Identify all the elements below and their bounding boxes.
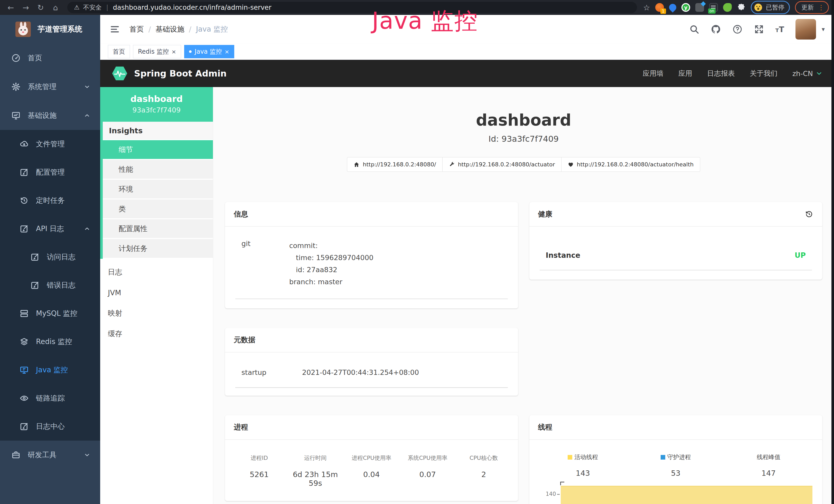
nav-item-jvm[interactable]: JVM bbox=[100, 282, 213, 303]
col-cpu-cores: CPU核心数 bbox=[456, 454, 512, 462]
service-url-link[interactable]: http://192.168.0.2:48080/ bbox=[347, 157, 442, 172]
cloud-upload-icon bbox=[20, 139, 29, 148]
search-icon[interactable] bbox=[689, 24, 699, 35]
hamburger-menu-icon[interactable] bbox=[109, 24, 120, 35]
info-card-title: 信息 bbox=[234, 209, 248, 219]
security-label[interactable]: 不安全 bbox=[83, 3, 102, 12]
chevron-down-icon bbox=[84, 84, 90, 90]
sba-language-select[interactable]: zh-CN bbox=[792, 70, 823, 77]
instance-header[interactable]: dashboard 93a3fc7f7409 bbox=[100, 87, 213, 122]
annotation-text: Java 监控 bbox=[372, 9, 478, 33]
breadcrumb-home[interactable]: 首页 bbox=[129, 24, 144, 34]
sidebar-item-label: 配置管理 bbox=[36, 167, 65, 177]
sidebar-item-log-center[interactable]: 日志中心 bbox=[0, 412, 100, 441]
app-logo-row[interactable]: 芋道管理系统 bbox=[0, 15, 100, 44]
nav-item-classes[interactable]: 类 bbox=[103, 200, 213, 219]
browser-update-button[interactable]: 更新 ⋮ bbox=[795, 1, 829, 14]
github-icon[interactable] bbox=[711, 24, 721, 35]
legend-daemon-threads: 守护进程 bbox=[629, 453, 722, 461]
extension-leaf-icon[interactable] bbox=[723, 3, 732, 12]
sidebar-item-scheduled-jobs[interactable]: 定时任务 bbox=[0, 186, 100, 215]
sba-nav-wallboard[interactable]: 应用墙 bbox=[643, 69, 663, 78]
sidebar-item-infra[interactable]: 基础设施 bbox=[0, 101, 100, 130]
nav-item-scheduled-tasks[interactable]: 计划任务 bbox=[103, 239, 213, 259]
fullscreen-icon[interactable] bbox=[754, 24, 764, 35]
browser-menu-dots-icon[interactable]: ⋮ bbox=[818, 4, 825, 11]
tag-redis-monitor[interactable]: Redis 监控 × bbox=[133, 45, 181, 58]
sidebar-item-label: API 日志 bbox=[36, 224, 64, 234]
sba-nav-journal[interactable]: 日志报表 bbox=[707, 69, 735, 78]
avatar-caret-down-icon[interactable]: ▾ bbox=[822, 26, 825, 33]
sba-brand[interactable]: Spring Boot Admin bbox=[111, 65, 226, 82]
sidebar-item-dev-tools[interactable]: 研发工具 bbox=[0, 441, 100, 469]
sidebar-item-config-mgmt[interactable]: 配置管理 bbox=[0, 158, 100, 186]
extension-tampermonkey-icon[interactable]: on bbox=[709, 3, 718, 12]
sba-nav-applications[interactable]: 应用 bbox=[678, 69, 692, 78]
tag-java-monitor[interactable]: Java 监控 × bbox=[184, 45, 234, 58]
sidebar-item-file-mgmt[interactable]: 文件管理 bbox=[0, 130, 100, 158]
close-icon[interactable]: × bbox=[224, 48, 229, 55]
startup-row: startup 2021-04-27T00:44:31.254+08:00 bbox=[235, 368, 508, 376]
address-bar[interactable]: ⚠ 不安全 | dashboard.yudao.iocoder.cn/infra… bbox=[67, 2, 637, 13]
tag-home[interactable]: 首页 bbox=[108, 45, 130, 58]
sidebar-item-api-log[interactable]: API 日志 bbox=[0, 215, 100, 243]
sidebar-item-redis-monitor[interactable]: Redis 监控 bbox=[0, 328, 100, 356]
nav-item-mappings[interactable]: 映射 bbox=[100, 303, 213, 323]
sidebar-item-label: Java 监控 bbox=[36, 365, 68, 375]
wrench-icon bbox=[449, 161, 455, 168]
git-id-line: id: 27aa832 bbox=[289, 264, 373, 276]
extension-colorzilla-icon[interactable]: 1 bbox=[655, 3, 664, 12]
app-title: 芋道管理系统 bbox=[38, 24, 82, 35]
home-icon bbox=[353, 161, 359, 168]
extension-pin-icon[interactable] bbox=[667, 2, 678, 13]
startup-label: startup bbox=[235, 368, 302, 376]
instance-id: 93a3fc7f7409 bbox=[103, 106, 211, 114]
profile-paused-badge[interactable]: 已暂停 bbox=[751, 1, 790, 14]
git-commit-line: commit: bbox=[289, 239, 373, 252]
health-url-link[interactable]: http://192.168.0.2:48080/actuator/health bbox=[561, 157, 700, 172]
actuator-url-link[interactable]: http://192.168.0.2:48080/actuator bbox=[442, 157, 562, 172]
sidebar-item-system[interactable]: 系统管理 bbox=[0, 72, 100, 101]
browser-home-button[interactable]: ⌂ bbox=[50, 3, 61, 12]
nav-item-caches[interactable]: 缓存 bbox=[100, 323, 213, 344]
bookmark-star-icon[interactable]: ☆ bbox=[643, 3, 650, 12]
edit-icon bbox=[20, 422, 29, 431]
instance-details-panel: dashboard Id: 93a3fc7f7409 http://192.16… bbox=[213, 87, 834, 504]
edit-icon bbox=[20, 224, 29, 233]
gear-icon bbox=[11, 82, 21, 91]
browser-reload-button[interactable]: ↻ bbox=[35, 3, 46, 12]
browser-forward-button[interactable]: → bbox=[20, 3, 31, 12]
edit-icon bbox=[20, 168, 29, 177]
sidebar-item-tracing[interactable]: 链路追踪 bbox=[0, 384, 100, 412]
help-icon[interactable] bbox=[732, 24, 743, 35]
sidebar-item-mysql-monitor[interactable]: MySQL 监控 bbox=[0, 299, 100, 328]
warning-icon: ⚠ bbox=[74, 4, 80, 11]
extension-y-icon[interactable]: y bbox=[681, 3, 690, 12]
metadata-card-title: 元数据 bbox=[234, 335, 255, 345]
sidebar-item-access-log[interactable]: 访问日志 bbox=[0, 243, 100, 271]
extension-badge: 1 bbox=[660, 8, 666, 14]
sidebar-item-error-log[interactable]: 错误日志 bbox=[0, 271, 100, 299]
sba-nav-about[interactable]: 关于我们 bbox=[750, 69, 777, 78]
url-text[interactable]: dashboard.yudao.iocoder.cn/infra/admin-s… bbox=[113, 4, 271, 11]
close-icon[interactable]: × bbox=[171, 48, 176, 55]
user-avatar[interactable] bbox=[795, 19, 816, 40]
extension-grid-icon[interactable] bbox=[695, 3, 704, 12]
page-scrollbar[interactable] bbox=[831, 0, 834, 504]
nav-item-metrics[interactable]: 性能 bbox=[103, 160, 213, 180]
nav-item-config-props[interactable]: 配置属性 bbox=[103, 219, 213, 239]
breadcrumb-infra[interactable]: 基础设施 bbox=[155, 24, 184, 34]
extensions-puzzle-icon[interactable] bbox=[737, 3, 746, 12]
health-card-header: 健康 bbox=[529, 202, 822, 227]
sidebar-item-home[interactable]: 首页 bbox=[0, 44, 100, 72]
nav-item-details[interactable]: 细节 bbox=[103, 140, 213, 160]
nav-item-environment[interactable]: 环境 bbox=[103, 180, 213, 200]
font-size-icon[interactable]: TT bbox=[775, 25, 784, 34]
nav-item-logging[interactable]: 日志 bbox=[100, 262, 213, 282]
health-instance-row[interactable]: Instance UP bbox=[540, 251, 812, 259]
sidebar-item-label: 文件管理 bbox=[36, 139, 65, 149]
sidebar-item-java-monitor[interactable]: Java 监控 bbox=[0, 356, 100, 384]
history-icon[interactable] bbox=[805, 210, 813, 219]
browser-back-button[interactable]: ← bbox=[5, 3, 17, 12]
breadcrumb: 首页 / 基础设施 / Java 监控 bbox=[129, 24, 228, 34]
